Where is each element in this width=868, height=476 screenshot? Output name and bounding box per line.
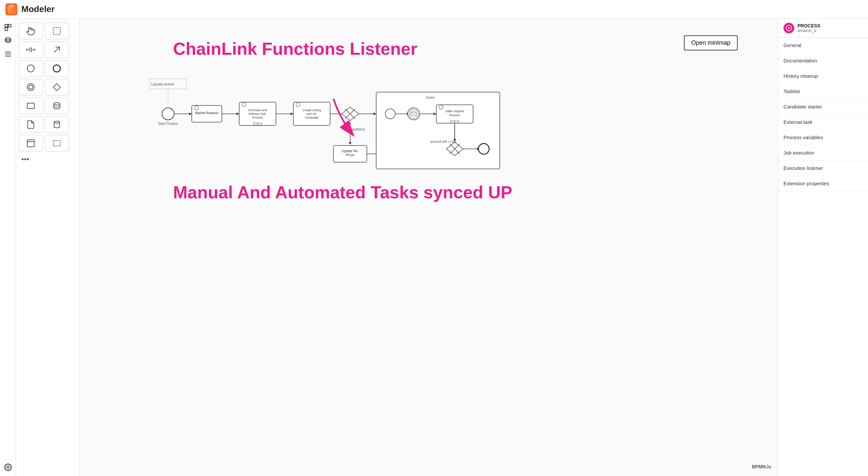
menu-item-execution-listener[interactable]: Execution listener xyxy=(778,161,868,176)
svg-line-19 xyxy=(54,47,59,53)
svg-text:Liquidity locked: Liquidity locked xyxy=(151,82,174,86)
menu-item-candidate-starter[interactable]: Candidate starter xyxy=(778,99,868,114)
menu-item-documentation[interactable]: Documentation xyxy=(778,53,868,68)
main-layout: ••• ChainLink Functions Listener Open mi… xyxy=(0,19,868,476)
database-nav-icon[interactable] xyxy=(2,35,14,47)
circle-thick-tool-button[interactable] xyxy=(45,60,69,77)
svg-point-20 xyxy=(27,65,34,72)
svg-point-27 xyxy=(54,121,59,123)
app-title: Modeler xyxy=(21,4,55,14)
svg-text:amount left > min: amount left > min xyxy=(430,140,456,143)
svg-point-22 xyxy=(27,84,34,91)
tool-row-4 xyxy=(19,79,76,96)
right-panel-title: PROCESS xyxy=(798,23,820,28)
tool-row-2 xyxy=(19,41,76,58)
svg-text:Sales: Sales xyxy=(426,96,435,99)
svg-marker-37 xyxy=(189,112,192,115)
menu-item-external-task[interactable]: External task xyxy=(778,114,868,130)
svg-rect-4 xyxy=(5,24,8,27)
tool-panel: ••• xyxy=(16,19,80,476)
page-tool-button[interactable] xyxy=(19,116,43,133)
menu-item-general[interactable]: General xyxy=(778,38,868,53)
svg-text:Process: Process xyxy=(252,116,263,119)
tool-row-3 xyxy=(19,60,76,77)
menu-item-tasklist[interactable]: Tasklist xyxy=(778,84,868,99)
annotation-top-text: ChainLink Functions Listener xyxy=(173,39,417,59)
bpmn-footer: BPMN.io xyxy=(752,464,771,469)
menu-item-process-variables[interactable]: Process variables xyxy=(778,130,868,145)
svg-marker-24 xyxy=(54,84,60,91)
rectangle-tool-button[interactable] xyxy=(19,98,43,114)
svg-rect-28 xyxy=(27,140,34,147)
svg-text:Start Product: Start Product xyxy=(158,122,178,126)
list-nav-icon[interactable] xyxy=(2,48,14,60)
svg-marker-53 xyxy=(291,112,293,115)
svg-text:Process: Process xyxy=(450,113,460,117)
svg-rect-12 xyxy=(54,28,60,35)
space-tool-button[interactable] xyxy=(19,41,43,58)
open-minimap-button[interactable]: Open minimap xyxy=(684,35,738,50)
svg-point-26 xyxy=(54,103,60,105)
svg-point-7 xyxy=(5,38,11,40)
svg-rect-30 xyxy=(54,140,60,146)
svg-marker-43 xyxy=(237,112,239,115)
hand-tool-button[interactable] xyxy=(19,23,43,39)
app-logo xyxy=(5,3,18,15)
right-panel-menu: General Documentation History cleanup Ta… xyxy=(778,38,868,191)
settings-nav-icon[interactable] xyxy=(2,461,14,473)
dashed-rect-tool-button[interactable] xyxy=(45,135,69,151)
svg-text:Purchase and: Purchase and xyxy=(248,108,267,112)
canvas[interactable]: ChainLink Functions Listener Open minima… xyxy=(80,19,778,476)
cylinder-tool-button[interactable] xyxy=(45,116,69,133)
ring-tool-button[interactable] xyxy=(19,79,43,96)
menu-item-extension-properties[interactable]: Extension properties xyxy=(778,176,868,191)
tool-row-5 xyxy=(19,98,76,114)
process-icon xyxy=(783,23,794,33)
svg-point-21 xyxy=(54,65,60,72)
menu-item-job-execution[interactable]: Job execution xyxy=(778,145,868,161)
svg-rect-25 xyxy=(27,103,34,108)
circle-tool-button[interactable] xyxy=(19,60,43,77)
svg-rect-6 xyxy=(5,28,8,30)
header: Modeler xyxy=(0,0,868,19)
right-panel-header: PROCESS amazon_tr xyxy=(778,19,868,38)
structure-nav-icon[interactable] xyxy=(2,21,14,33)
svg-text:Sales Support: Sales Support xyxy=(445,109,464,113)
svg-rect-5 xyxy=(8,24,11,27)
svg-point-101 xyxy=(478,143,489,154)
svg-text:Market Analysis: Market Analysis xyxy=(195,111,218,115)
svg-point-34 xyxy=(162,108,174,120)
left-sidebar xyxy=(0,19,16,476)
tool-row-1 xyxy=(19,23,76,39)
frame-tool-button[interactable] xyxy=(19,135,43,151)
marquee-tool-button[interactable] xyxy=(45,23,69,39)
arrow-tool-button[interactable] xyxy=(45,41,69,58)
right-panel: PROCESS amazon_tr General Documentation … xyxy=(778,19,868,476)
svg-point-11 xyxy=(7,466,9,468)
annotation-bottom-text: Manual And Automated Tasks synced UP xyxy=(173,182,512,202)
menu-item-history-cleanup[interactable]: History cleanup xyxy=(778,68,868,84)
svg-text:Delivery Sub-: Delivery Sub- xyxy=(249,112,267,115)
tool-row-6 xyxy=(19,116,76,133)
tool-row-more: ••• xyxy=(19,154,76,165)
tool-row-7 xyxy=(19,135,76,151)
more-tools-button[interactable]: ••• xyxy=(19,154,32,165)
svg-rect-76 xyxy=(376,92,500,169)
svg-marker-105 xyxy=(788,27,790,29)
svg-text:Pricer: Pricer xyxy=(346,153,355,157)
db-shape-tool-button[interactable] xyxy=(45,98,69,114)
diamond-tool-button[interactable] xyxy=(45,79,69,96)
right-panel-titles: PROCESS amazon_tr xyxy=(798,23,820,33)
right-panel-subtitle: amazon_tr xyxy=(798,28,820,33)
svg-point-23 xyxy=(29,85,33,89)
svg-point-78 xyxy=(385,109,395,119)
arrow-annotation xyxy=(313,92,380,152)
